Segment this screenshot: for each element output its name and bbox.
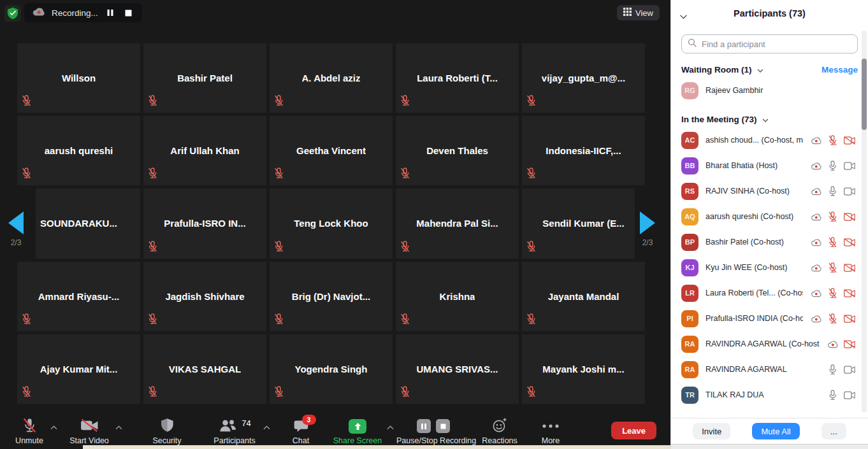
in-meeting-header: In the Meeting (73)	[681, 115, 757, 124]
participant-row[interactable]: PIPrafulla-ISRO INDIA (Co-host)	[671, 306, 868, 331]
pause-stop-recording-button[interactable]: Pause/Stop Recording	[396, 417, 470, 445]
leave-button[interactable]: Leave	[611, 422, 656, 439]
next-page-button[interactable]: 2/3	[638, 211, 657, 247]
more-button[interactable]: More	[532, 417, 570, 445]
mic-muted-icon	[22, 95, 31, 109]
participant-name: Laura Roberti (T...	[417, 73, 498, 83]
avatar: PI	[681, 310, 698, 327]
pause-icon[interactable]	[417, 419, 431, 433]
stop-recording-button[interactable]	[122, 8, 134, 18]
waiting-room-header: Waiting Room (1)	[681, 65, 752, 75]
scrollbar[interactable]	[862, 31, 867, 413]
video-tile[interactable]: Mayank Joshi m...	[522, 334, 645, 404]
video-tile[interactable]: Sendil Kumar (E...	[522, 189, 645, 258]
participant-name: Willson	[62, 73, 96, 83]
stop-icon[interactable]	[436, 419, 450, 433]
participant-row[interactable]: TRTILAK RAJ DUA	[671, 382, 868, 408]
participant-name: Ajay Kumar Mit...	[40, 364, 118, 374]
message-link[interactable]: Message	[821, 65, 858, 75]
chevron-up-icon[interactable]	[115, 423, 122, 432]
more-options-button[interactable]: ...	[821, 423, 846, 439]
video-tile[interactable]: Jagdish Shivhare	[143, 262, 266, 331]
share-screen-button[interactable]: Share Screen	[324, 417, 391, 445]
video-tile[interactable]: vijay_gupta_m@...	[522, 43, 645, 113]
participant-row[interactable]: BBBharat Bhatia (Host)	[671, 153, 868, 178]
video-tile[interactable]: Laura Roberti (T...	[396, 43, 519, 113]
chevron-up-icon[interactable]	[50, 423, 57, 432]
camera-off-icon	[843, 315, 855, 323]
search-input[interactable]	[700, 39, 851, 50]
mic-muted-icon	[22, 417, 38, 436]
participant-row[interactable]: RARAVINDRA AGARWAL	[671, 357, 868, 382]
grid-view-icon	[623, 8, 632, 18]
window-edge	[83, 445, 670, 449]
participants-panel: Participants (73) Waiting Room (1) Messa…	[670, 0, 868, 449]
invite-button[interactable]: Invite	[693, 423, 730, 439]
chevron-down-icon[interactable]	[757, 64, 763, 75]
video-tile[interactable]: Amnard Riyasu-...	[17, 262, 140, 331]
reactions-button[interactable]: Reactions	[477, 417, 523, 445]
video-tile[interactable]: Geetha Vincent	[270, 116, 393, 185]
pause-recording-button[interactable]	[104, 8, 117, 18]
chevron-up-icon[interactable]	[263, 423, 270, 432]
unmute-button[interactable]: Unmute	[4, 417, 55, 445]
video-tile[interactable]: Bashir Patel	[143, 43, 266, 113]
participant-name: Yogendra Singh	[295, 364, 368, 374]
mic-muted-icon	[827, 135, 839, 146]
participant-row[interactable]: ACashish choud... (Co-host, me)	[671, 127, 868, 153]
page-indicator: 2/3	[638, 238, 657, 247]
video-tile[interactable]: Willson	[17, 43, 140, 113]
recording-cloud-icon	[810, 162, 822, 170]
mic-muted-icon	[148, 241, 157, 255]
video-tile[interactable]: Jayanta Mandal	[522, 262, 645, 331]
video-tile[interactable]: Yogendra Singh	[270, 334, 393, 404]
video-tile[interactable]: Prafulla-ISRO IN...	[143, 189, 266, 258]
participant-row[interactable]: AQaarush qureshi (Co-host)	[671, 204, 868, 229]
chevron-up-icon[interactable]	[387, 423, 394, 432]
video-tile[interactable]: Teng Lock Khoo	[270, 189, 393, 258]
participant-row[interactable]: KJKyu Jin WEE (Co-host)	[671, 255, 868, 280]
security-button[interactable]: Security	[144, 417, 190, 445]
video-tile[interactable]: Brig (Dr) Navjot...	[270, 262, 393, 331]
avatar: RS	[681, 183, 698, 200]
mic-muted-icon	[526, 167, 536, 182]
avatar: RG	[681, 82, 698, 99]
video-tile[interactable]: Krishna	[396, 262, 519, 331]
video-tile[interactable]: UMANG SRIVAS...	[396, 334, 519, 404]
participant-row[interactable]: RGRajeev Gambhir	[671, 78, 868, 103]
mute-all-button[interactable]: Mute All	[752, 423, 799, 439]
video-tile[interactable]: Indonesia-IICF,...	[522, 116, 645, 185]
participant-name: Jagdish Shivhare	[165, 291, 244, 302]
participant-row[interactable]: BPBashir Patel (Co-host)	[671, 229, 868, 255]
video-tile[interactable]: aarush qureshi	[17, 116, 140, 185]
prev-page-button[interactable]: 2/3	[6, 211, 25, 247]
participant-name: Bharat Bhatia (Host)	[705, 161, 803, 170]
mic-muted-icon	[148, 167, 157, 182]
video-tile[interactable]: A. Abdel aziz	[270, 43, 393, 113]
video-tile[interactable]: Deven Thales	[396, 116, 519, 185]
participant-row[interactable]: RSRAJIV SINHA (Co-host)	[671, 178, 868, 204]
participant-name: Deven Thales	[426, 145, 488, 156]
chevron-down-icon[interactable]	[680, 10, 687, 22]
chat-button[interactable]: 3 Chat	[282, 417, 320, 445]
mic-muted-icon	[274, 95, 284, 109]
status-icons	[810, 135, 855, 146]
view-label: View	[635, 8, 653, 18]
search-box[interactable]	[681, 34, 858, 53]
start-video-button[interactable]: Start Video	[59, 417, 120, 445]
video-tile[interactable]: Mahendra Pal Si...	[396, 189, 519, 258]
participant-row[interactable]: LRLaura Roberti (Tel... (Co-host)	[671, 280, 868, 306]
participant-row[interactable]: RARAVINDRA AGARWAL (Co-host)	[671, 331, 868, 357]
mic-icon	[827, 186, 839, 197]
chevron-down-icon[interactable]	[762, 113, 769, 125]
video-tile[interactable]: Ajay Kumar Mit...	[17, 334, 140, 404]
view-button[interactable]: View	[617, 5, 660, 20]
mic-muted-icon	[827, 262, 839, 273]
participants-button[interactable]: 74 Participants	[201, 417, 268, 445]
mic-icon	[827, 160, 839, 171]
video-tile[interactable]: VIKAS SAHGAL	[143, 334, 266, 404]
video-tile[interactable]: Arif Ullah Khan	[143, 116, 266, 185]
scrollbar-thumb[interactable]	[862, 59, 867, 130]
participant-name: Laura Roberti (Tel... (Co-host)	[705, 289, 803, 297]
panel-footer: Invite Mute All ...	[671, 418, 868, 444]
